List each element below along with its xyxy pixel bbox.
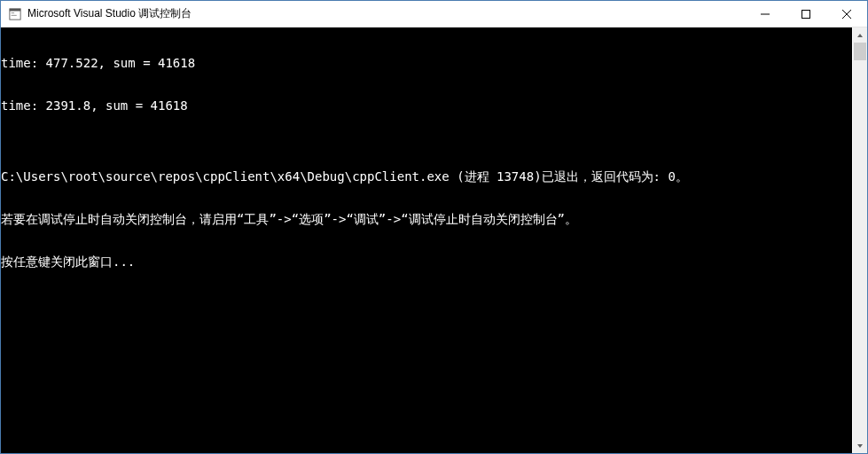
- maximize-button[interactable]: [786, 1, 826, 27]
- svg-rect-2: [12, 12, 15, 13]
- svg-marker-9: [857, 444, 863, 448]
- console-line: 若要在调试停止时自动关闭控制台，请启用“工具”->“选项”->“调试”->“调试…: [1, 212, 852, 226]
- scrollbar-track[interactable]: [853, 43, 867, 438]
- vertical-scrollbar[interactable]: [852, 27, 867, 453]
- console-line: time: 2391.8, sum = 41618: [1, 98, 852, 113]
- scrollbar-thumb[interactable]: [854, 43, 866, 60]
- window-controls: [745, 1, 867, 27]
- console-area: time: 477.522, sum = 41618 time: 2391.8,…: [1, 27, 867, 453]
- svg-rect-3: [12, 14, 17, 15]
- console-output[interactable]: time: 477.522, sum = 41618 time: 2391.8,…: [1, 27, 852, 453]
- close-button[interactable]: [826, 1, 867, 27]
- window-title: Microsoft Visual Studio 调试控制台: [27, 6, 745, 21]
- minimize-button[interactable]: [745, 1, 786, 27]
- console-line: 按任意键关闭此窗口...: [1, 254, 852, 269]
- console-line: time: 477.522, sum = 41618: [1, 56, 852, 70]
- scroll-up-button[interactable]: [853, 27, 867, 43]
- app-icon: [8, 7, 22, 21]
- scroll-down-button[interactable]: [853, 438, 867, 453]
- svg-rect-1: [10, 8, 20, 11]
- titlebar: Microsoft Visual Studio 调试控制台: [1, 1, 867, 27]
- svg-rect-5: [802, 10, 810, 18]
- console-line: C:\Users\root\source\repos\cppClient\x64…: [1, 169, 852, 184]
- svg-marker-8: [857, 34, 863, 37]
